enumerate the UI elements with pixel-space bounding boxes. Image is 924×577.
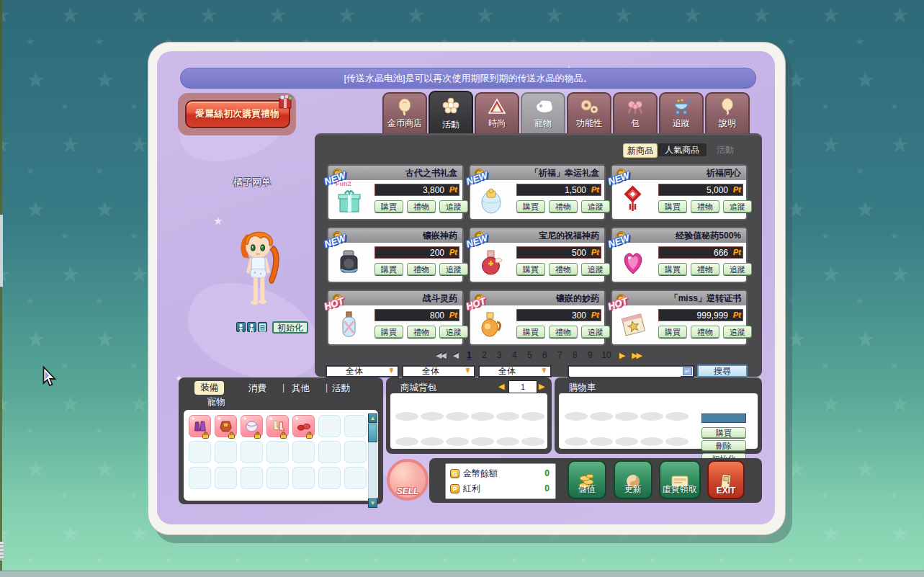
gift-button[interactable]: 禮物 (549, 326, 578, 338)
inventory-item-slot[interactable]: ✦ (266, 415, 289, 437)
gift-button[interactable]: 禮物 (549, 263, 578, 275)
gift-button[interactable]: 禮物 (407, 200, 436, 213)
item-card-body: HOT800Pt購買禮物追蹤 (328, 305, 462, 343)
track-button[interactable]: 追蹤 (439, 263, 468, 275)
character-pose2-button[interactable] (247, 322, 256, 332)
track-button[interactable]: 追蹤 (581, 263, 610, 275)
inventory-empty-slot (318, 415, 341, 437)
page-number-7[interactable]: 7 (556, 350, 563, 360)
search-button[interactable]: 搜尋 (697, 364, 748, 377)
track-button[interactable]: 追蹤 (439, 200, 468, 213)
page-number-10[interactable]: 10 (601, 350, 611, 360)
exit-button[interactable]: EXIT (707, 460, 745, 499)
gift-button[interactable]: 禮物 (691, 263, 719, 275)
subtab-人氣商品[interactable]: 人氣商品 (658, 143, 707, 156)
next-page-icon[interactable]: ▶ (619, 352, 624, 359)
prev-page-icon[interactable]: ◀ (453, 352, 457, 359)
page-number-2[interactable]: 2 (480, 350, 488, 360)
buy-button[interactable]: 購買 (516, 200, 545, 213)
filter-dropdown-2[interactable]: 全体▼ (402, 365, 475, 377)
inventory-tab-活動[interactable]: 活動 (332, 383, 350, 395)
track-button[interactable]: 追蹤 (581, 326, 610, 338)
scrollbar-up-button[interactable]: ▲ (368, 413, 377, 423)
buy-button[interactable]: 購買 (658, 200, 687, 213)
star-decoration: ★ (856, 37, 864, 46)
inventory-tab-其他[interactable]: 其他 (292, 383, 310, 395)
scrollbar-down-button[interactable]: ▼ (368, 498, 377, 508)
cart-empty-slot (640, 412, 663, 421)
tab-金币商店[interactable]: 金币商店 (382, 92, 427, 133)
tab-時尚[interactable]: 時尚 (475, 92, 519, 133)
page-number-5[interactable]: 5 (526, 350, 533, 360)
buy-button[interactable]: 購買 (516, 263, 545, 275)
inventory-tab-消費[interactable]: 消費 (248, 383, 266, 395)
subtab-活動[interactable]: 活動 (709, 143, 742, 156)
page-number-3[interactable]: 3 (495, 350, 503, 360)
buy-button[interactable]: 購買 (658, 263, 687, 275)
bag-next-page-icon[interactable]: ▶ (539, 382, 544, 391)
character-pose-button[interactable] (236, 322, 246, 332)
track-button[interactable]: 追蹤 (581, 200, 610, 213)
tab-separator: | (326, 383, 328, 393)
page-number-9[interactable]: 9 (586, 350, 593, 360)
refresh-button[interactable]: 更新 (614, 460, 652, 499)
track-button[interactable]: 追蹤 (439, 326, 468, 338)
last-page-icon[interactable]: ▶▶ (632, 352, 641, 359)
buy-button[interactable]: 購買 (374, 200, 403, 213)
buy-button[interactable]: 購買 (658, 326, 687, 338)
first-page-icon[interactable]: ◀◀ (436, 352, 445, 359)
buy-button[interactable]: 購買 (374, 263, 403, 275)
page-number-8[interactable]: 8 (571, 350, 578, 360)
sell-button[interactable]: SELL (387, 459, 429, 501)
inventory-tab-寵物[interactable]: 寵物 (207, 396, 225, 408)
page-number-4[interactable]: 4 (511, 350, 518, 360)
tab-包[interactable]: 包 (613, 92, 658, 133)
jar-icon (333, 246, 365, 278)
search-input[interactable] (570, 367, 681, 377)
first-purchase-gift-button[interactable]: 愛麗絲初次購買禮物 (185, 100, 290, 128)
inventory-item-slot[interactable]: ✦ (292, 415, 315, 437)
star-decoration: ★ (26, 296, 35, 305)
bag-empty-slot (421, 412, 444, 421)
bag-prev-page-icon[interactable]: ◀ (498, 382, 504, 391)
cart-buy-button[interactable]: 購買 (701, 427, 746, 438)
buy-button[interactable]: 購買 (374, 326, 403, 338)
gift-button[interactable]: 禮物 (691, 326, 719, 338)
star-decoration: ★ (890, 102, 899, 111)
gift-button[interactable]: 禮物 (549, 200, 578, 213)
tab-功能性[interactable]: 功能性 (567, 92, 611, 133)
character-reset-button[interactable]: 初始化 (272, 321, 308, 334)
recharge-button[interactable]: 儲值 (568, 460, 606, 499)
star-decoration: ★ (614, 4, 633, 26)
item-card-body: NEW666Pt購買禮物追蹤 (612, 243, 746, 280)
page-number-1[interactable]: 1 (465, 350, 472, 360)
track-button[interactable]: 追蹤 (723, 326, 752, 338)
gift-button[interactable]: 禮物 (407, 326, 436, 338)
bottle-icon (333, 309, 365, 341)
gift-button[interactable]: 禮物 (407, 263, 436, 275)
filter-dropdown-3[interactable]: 全体▼ (478, 365, 552, 377)
inventory-item-slot[interactable]: ✦ (241, 415, 263, 437)
inventory-empty-slot (318, 441, 341, 463)
item-card-buttons: 購買禮物追蹤 (516, 263, 610, 275)
track-button[interactable]: 追蹤 (723, 263, 752, 275)
inventory-tab-装備[interactable]: 装備 (194, 381, 224, 395)
voucher-claim-button[interactable]: 虛寶領取 (659, 460, 701, 499)
cart-delete-button[interactable]: 刪除 (701, 440, 746, 451)
page-number-6[interactable]: 6 (541, 350, 548, 360)
star-decoration: ★ (821, 393, 840, 415)
tab-說明[interactable]: 說明 (705, 92, 750, 133)
gift-button[interactable]: 禮物 (691, 200, 719, 213)
character-list-button[interactable] (258, 322, 267, 332)
buy-button[interactable]: 購買 (516, 326, 545, 338)
subtab-新商品[interactable]: 新商品 (623, 143, 658, 158)
inventory-item-slot[interactable]: ✦ (215, 415, 237, 437)
filter-dropdown-1[interactable]: 全体▼ (326, 365, 399, 377)
scrollbar-thumb[interactable] (368, 424, 377, 442)
tab-追蹤[interactable]: 追蹤 (659, 92, 704, 133)
inventory-item-slot[interactable]: ✦ (189, 415, 211, 437)
tab-寵物[interactable]: 寵物 (521, 92, 565, 133)
track-button[interactable]: 追蹤 (723, 200, 752, 213)
search-submit-icon-button[interactable]: ↵ (683, 367, 692, 375)
tab-活動[interactable]: 活動 (429, 91, 473, 135)
